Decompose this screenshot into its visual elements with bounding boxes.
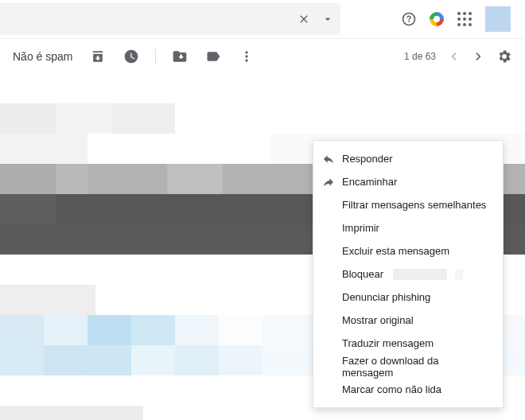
menu-item-delete[interactable]: Excluir esta mensagem (313, 239, 503, 262)
more-icon[interactable] (239, 49, 255, 64)
menu-item-filter[interactable]: Filtrar mensagens semelhantes (313, 193, 503, 216)
forward-icon (321, 175, 336, 189)
menu-item-original[interactable]: Mostrar original (313, 309, 503, 332)
redacted-sender (393, 269, 447, 280)
archive-icon[interactable] (90, 49, 106, 64)
menu-label: Imprimir (342, 222, 379, 234)
app-header (0, 0, 525, 39)
menu-item-phishing[interactable]: Denunciar phishing (313, 286, 503, 309)
chevron-right-icon[interactable] (471, 49, 487, 64)
menu-item-translate[interactable]: Traduzir mensagem (313, 332, 503, 355)
not-spam-button[interactable]: Não é spam (13, 50, 72, 63)
menu-item-block[interactable]: Bloquear (313, 262, 503, 286)
menu-label: Marcar como não lida (342, 383, 441, 395)
menu-item-reply[interactable]: Responder (313, 147, 503, 170)
search-bar[interactable] (0, 3, 340, 35)
avatar[interactable] (485, 6, 511, 32)
menu-label: Excluir esta mensagem (342, 245, 449, 257)
menu-label: Filtrar mensagens semelhantes (342, 199, 486, 211)
apps-icon[interactable] (457, 11, 472, 27)
help-icon[interactable] (401, 11, 417, 27)
label-icon[interactable] (205, 49, 221, 64)
header-actions (401, 6, 525, 32)
menu-label: Denunciar phishing (342, 291, 430, 303)
message-more-menu: Responder Encaminhar Filtrar mensagens s… (313, 140, 504, 408)
reply-icon (321, 152, 336, 166)
menu-label: Mostrar original (342, 314, 414, 326)
close-icon[interactable] (298, 13, 310, 25)
menu-label: Encaminhar (342, 176, 397, 188)
snooze-icon[interactable] (123, 49, 139, 64)
menu-label: Responder (342, 153, 393, 165)
menu-label: Fazer o download da mensagem (342, 355, 490, 379)
chevron-left-icon[interactable] (445, 49, 461, 64)
menu-item-forward[interactable]: Encaminhar (313, 170, 503, 193)
chevron-down-icon[interactable] (321, 13, 334, 25)
redacted-sender (455, 269, 463, 280)
menu-item-download[interactable]: Fazer o download da mensagem (313, 355, 503, 378)
google-compose-icon[interactable] (430, 12, 444, 26)
menu-item-print[interactable]: Imprimir (313, 216, 503, 239)
menu-label: Bloquear (342, 268, 383, 280)
menu-item-unread[interactable]: Marcar como não lida (313, 378, 503, 401)
action-toolbar: Não é spam 1 de 63 (0, 39, 525, 74)
gear-icon[interactable] (496, 49, 512, 64)
pager-text: 1 de 63 (404, 51, 436, 62)
menu-label: Traduzir mensagem (342, 337, 434, 349)
move-icon[interactable] (172, 49, 188, 64)
